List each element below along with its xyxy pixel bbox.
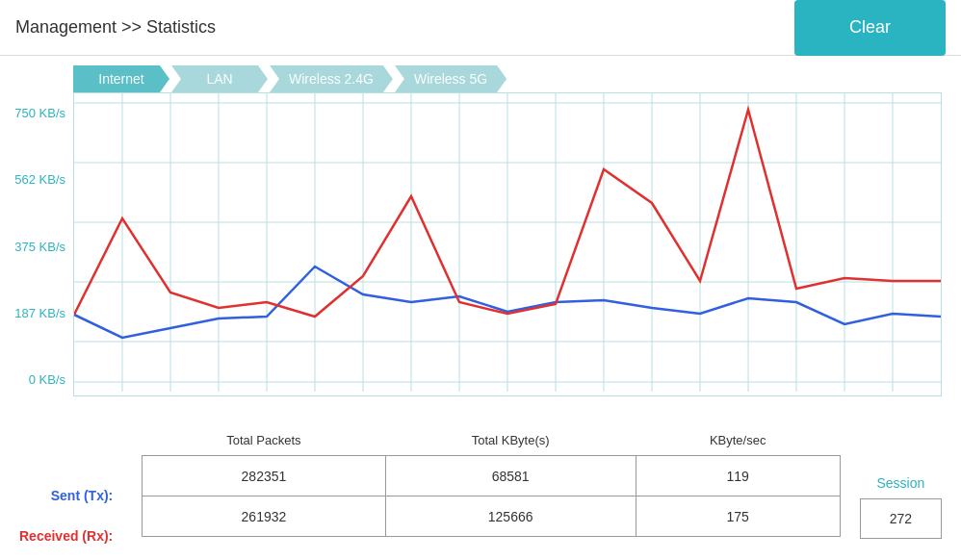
clear-button[interactable]: Clear	[794, 0, 946, 56]
col-kbyte-sec: KByte/sec	[636, 425, 840, 456]
header: Management >> Statistics Clear	[0, 0, 961, 56]
tab-internet[interactable]: Internet	[73, 65, 169, 92]
session-label: Session	[876, 425, 924, 491]
tab-wireless-5g[interactable]: Wireless 5G	[395, 65, 506, 92]
received-row: 261932 125666 175	[143, 496, 840, 537]
col-total-packets: Total Packets	[143, 425, 385, 456]
received-total-packets: 261932	[143, 496, 385, 537]
sent-row: 282351 68581 119	[143, 456, 840, 496]
page-title: Management >> Statistics	[15, 17, 216, 38]
y-label-750: 750 KB/s	[14, 106, 65, 120]
sent-kbyte-sec: 119	[636, 456, 840, 496]
sent-total-kbytes: 68581	[385, 456, 636, 496]
col-total-kbytes: Total KByte(s)	[385, 425, 636, 456]
stats-table: Total Packets Total KByte(s) KByte/sec 2…	[142, 425, 840, 537]
y-label-562: 562 KB/s	[14, 172, 65, 187]
y-label-0: 0 KB/s	[29, 372, 65, 387]
tab-lan[interactable]: LAN	[171, 65, 268, 92]
session-value: 272	[860, 498, 942, 539]
tab-bar: Internet LAN Wireless 2.4G Wireless 5G	[73, 65, 942, 92]
session-box: Session 272	[860, 425, 942, 539]
stats-table-wrapper: Total Packets Total KByte(s) KByte/sec 2…	[142, 425, 840, 537]
stats-section: Sent (Tx): Received (Rx): Total Packets …	[0, 406, 961, 560]
y-label-187: 187 KB/s	[14, 306, 65, 320]
chart-section: 750 KB/s 562 KB/s 375 KB/s 187 KB/s 0 KB…	[0, 56, 961, 406]
sent-label: Sent (Tx):	[19, 475, 122, 516]
chart-svg	[74, 93, 941, 392]
chart-container: Internet LAN Wireless 2.4G Wireless 5G	[73, 65, 942, 396]
received-label: Received (Rx):	[19, 516, 122, 556]
sent-total-packets: 282351	[143, 456, 385, 496]
received-total-kbytes: 125666	[385, 496, 636, 537]
y-axis: 750 KB/s 562 KB/s 375 KB/s 187 KB/s 0 KB…	[0, 65, 73, 396]
chart-graph	[73, 92, 942, 396]
tab-wireless-24g[interactable]: Wireless 2.4G	[270, 65, 393, 92]
y-label-375: 375 KB/s	[14, 240, 65, 254]
received-kbyte-sec: 175	[636, 496, 840, 537]
stats-labels: Sent (Tx): Received (Rx):	[19, 425, 122, 556]
